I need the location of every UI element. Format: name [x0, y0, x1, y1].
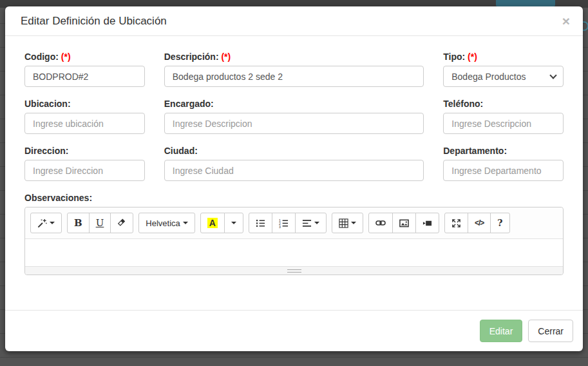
codigo-label: Codigo: (*)	[24, 52, 145, 62]
resize-grip-icon	[287, 269, 301, 273]
paragraph-align-button[interactable]	[295, 213, 327, 233]
picture-icon	[399, 218, 409, 228]
bold-icon: B	[74, 217, 82, 229]
ubicacion-label: Ubicacion:	[24, 99, 145, 109]
caret-down-icon	[231, 222, 236, 224]
direccion-label: Direccion:	[24, 146, 145, 156]
background-teal-button	[496, 0, 555, 6]
required-marker: (*)	[61, 52, 71, 62]
form-row-3: Direccion: Ciudad: Departamento:	[15, 146, 573, 181]
help-button[interactable]: ?	[490, 213, 509, 233]
ordered-list-icon: 1 2 3	[279, 218, 289, 228]
form-row-1: Codigo: (*) Descripción: (*) Tipo: (*) B…	[15, 52, 573, 87]
required-marker: (*)	[468, 52, 477, 62]
font-color-dropdown[interactable]	[224, 213, 243, 233]
modal-body: Codigo: (*) Descripción: (*) Tipo: (*) B…	[5, 36, 583, 275]
telefono-input[interactable]	[443, 113, 564, 134]
table-button[interactable]	[332, 213, 363, 233]
tipo-select[interactable]: Bodega Productos	[443, 66, 564, 87]
modal-title: Editar Definición de Ubicación	[21, 15, 167, 28]
caret-down-icon	[183, 222, 188, 224]
table-icon	[339, 218, 348, 228]
eraser-icon	[117, 218, 126, 227]
required-marker: (*)	[221, 52, 231, 62]
field-departamento: Departamento:	[433, 146, 573, 181]
insert-picture-button[interactable]	[392, 213, 416, 233]
ciudad-label: Ciudad:	[164, 146, 424, 156]
editor-toolbar: B U Hel	[25, 207, 563, 239]
font-family-dropdown[interactable]: Helvetica	[138, 213, 194, 233]
direccion-input[interactable]	[24, 160, 145, 181]
font-color-icon: A	[207, 218, 218, 228]
unordered-list-button[interactable]	[249, 213, 272, 233]
field-codigo: Codigo: (*)	[15, 52, 155, 87]
bold-button[interactable]: B	[67, 213, 90, 233]
modal-header: Editar Definición de Ubicación ×	[5, 6, 583, 36]
close-button[interactable]: Cerrar	[528, 320, 573, 342]
observaciones-label: Observaciones:	[24, 193, 564, 203]
editor-content-area[interactable]	[25, 239, 563, 266]
caret-down-icon	[50, 222, 55, 224]
fullscreen-icon	[451, 218, 461, 228]
field-direccion: Direccion:	[15, 146, 155, 181]
descripcion-label: Descripción: (*)	[164, 52, 424, 62]
departamento-input[interactable]	[443, 160, 564, 181]
caret-down-icon	[351, 222, 356, 224]
telefono-label: Teléfono:	[443, 99, 564, 109]
font-color-button[interactable]: A	[200, 213, 225, 233]
ciudad-input[interactable]	[164, 160, 424, 181]
ordered-list-button[interactable]: 1 2 3	[272, 213, 296, 233]
departamento-label: Departamento:	[443, 146, 564, 156]
field-encargado: Encargado:	[155, 99, 434, 134]
fullscreen-button[interactable]	[444, 213, 468, 233]
insert-link-button[interactable]	[368, 213, 393, 233]
encargado-input[interactable]	[164, 113, 424, 134]
rich-text-editor: B U Hel	[24, 207, 564, 275]
field-observaciones: Observaciones:	[15, 193, 573, 275]
codigo-input[interactable]	[24, 66, 145, 87]
underline-icon: U	[96, 217, 104, 229]
edit-button[interactable]: Editar	[480, 320, 523, 342]
code-view-icon: </>	[475, 218, 484, 227]
modal-footer: Editar Cerrar	[5, 310, 583, 351]
help-icon: ?	[497, 218, 502, 228]
underline-button[interactable]: U	[89, 213, 111, 233]
magic-wand-icon	[37, 218, 47, 228]
editor-statusbar[interactable]	[25, 266, 563, 274]
descripcion-input[interactable]	[164, 66, 424, 87]
paragraph-align-icon	[302, 218, 312, 228]
code-view-button[interactable]: </>	[468, 213, 491, 233]
edit-location-modal: Editar Definición de Ubicación × Codigo:…	[5, 6, 583, 351]
tipo-label: Tipo: (*)	[443, 52, 564, 62]
field-tipo: Tipo: (*) Bodega Productos	[433, 52, 573, 87]
font-name-label: Helvetica	[146, 218, 180, 228]
video-icon	[422, 218, 432, 228]
close-icon[interactable]: ×	[562, 14, 570, 28]
svg-text:3: 3	[279, 225, 281, 228]
style-dropdown-button[interactable]	[30, 213, 62, 233]
field-ciudad: Ciudad:	[155, 146, 434, 181]
field-telefono: Teléfono:	[433, 99, 573, 134]
link-icon	[375, 218, 386, 228]
encargado-label: Encargado:	[164, 99, 424, 109]
ubicacion-input[interactable]	[24, 113, 145, 134]
field-ubicacion: Ubicacion:	[15, 99, 155, 134]
clear-format-button[interactable]	[110, 213, 133, 233]
field-descripcion: Descripción: (*)	[155, 52, 434, 87]
form-row-2: Ubicacion: Encargado: Teléfono:	[15, 99, 573, 134]
unordered-list-icon	[256, 218, 265, 228]
insert-video-button[interactable]	[415, 213, 439, 233]
caret-down-icon	[314, 222, 319, 224]
